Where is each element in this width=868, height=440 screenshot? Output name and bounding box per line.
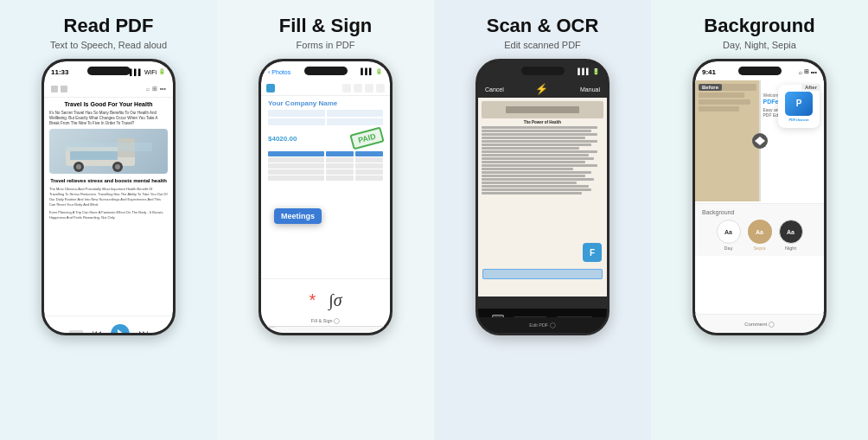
background-panel: Background Day, Night, Sepia 9:41 ⌕ ⊞ ••…	[651, 0, 868, 440]
form-content: Your Company Name $4020.00 PAID	[261, 96, 390, 333]
phone-frame-1: 11:33 ▌▌▌ WiFi 🔋 ⌕ ⊞ •••	[41, 59, 176, 335]
article-body-2: Even Planning A Trip Can Have A Fantasti…	[44, 210, 173, 220]
sepia-line-4	[699, 106, 739, 112]
phone-frame-3: ▌▌▌ 🔋 Cancel ⚡ Manual The Power of Healt…	[475, 59, 610, 335]
doc-line-8	[482, 150, 597, 153]
doc-line-4	[482, 137, 585, 139]
player-bar: ⏮ ⏭	[44, 316, 173, 333]
field-1[interactable]	[268, 110, 325, 117]
col-header-1	[268, 151, 324, 156]
total-amount: $4020.00	[268, 135, 297, 143]
form-icon-4[interactable]	[376, 84, 385, 92]
invoice-area: Your Company Name $4020.00 PAID	[261, 96, 390, 185]
skip-forward-icon[interactable]: ⏭	[138, 328, 149, 334]
after-side: P PDFelement Welcome to PDFelement Easy …	[760, 80, 825, 201]
doc-header-text	[506, 106, 579, 113]
doc-line-17	[482, 182, 577, 184]
invoice-row-3	[268, 169, 383, 175]
invoice-row-4	[268, 175, 383, 181]
cell-3-3	[355, 169, 383, 175]
field-2[interactable]	[327, 110, 384, 117]
form-icon-1[interactable]	[342, 84, 351, 92]
night-circle[interactable]: Aa	[779, 220, 803, 244]
toolbar-icon-2	[61, 86, 67, 92]
svg-rect-2	[70, 151, 118, 160]
company-name: Your Company Name	[268, 99, 383, 107]
app-logo-letter: P	[796, 99, 802, 108]
form-toolbar	[261, 80, 390, 96]
invoice-row-2	[268, 163, 383, 169]
circle-divider[interactable]	[752, 133, 768, 149]
search-icon-1: ⌕	[146, 86, 150, 92]
app-logo-inner: P	[785, 92, 813, 116]
field-3[interactable]	[268, 118, 325, 125]
pdf-toolbar-1: ⌕ ⊞ •••	[44, 80, 173, 98]
article-image	[49, 129, 168, 174]
play-button[interactable]	[111, 324, 130, 334]
back-arrow-2[interactable]: ‹	[268, 69, 270, 75]
after-label: After	[801, 84, 820, 91]
doc-title: The Power of Health	[482, 120, 603, 124]
skip-back-icon[interactable]: ⏮	[92, 328, 102, 334]
sepia-line-3	[699, 99, 750, 105]
meetings-popup: Meetings	[274, 208, 322, 224]
day-circle[interactable]: Aa	[717, 220, 741, 244]
doc-line-16	[482, 178, 594, 181]
panel-2-subtitle: Forms in PDF	[297, 40, 355, 50]
form-icon-3[interactable]	[365, 84, 373, 92]
phone-frame-4: 9:41 ⌕ ⊞ •••	[692, 59, 827, 335]
svg-point-4	[76, 164, 81, 169]
app-logo-box: P PDFelement	[778, 85, 820, 128]
day-aa-label: Aa	[724, 229, 732, 235]
doc-line-20	[482, 192, 582, 194]
photos-back: ‹ Photos	[268, 69, 290, 75]
doc-line-7	[482, 147, 579, 150]
cell-3-1	[268, 169, 324, 175]
manual-button[interactable]: Manual	[580, 86, 600, 92]
toolbar-icon-1	[51, 86, 58, 92]
waveform-icon	[69, 330, 83, 334]
edit-pdf-bar: Edit PDF ◯	[478, 317, 607, 333]
panel-1-title: Read PDF	[64, 16, 154, 36]
grid-icon-4: ⊞	[804, 68, 809, 75]
rv-illustration	[66, 130, 152, 173]
doc-line-15	[482, 175, 585, 177]
phone-frame-2: ‹ Photos 10:44 ▌▌▌ 🔋	[258, 59, 393, 335]
cancel-button[interactable]: Cancel	[485, 86, 504, 92]
svg-rect-7	[66, 143, 152, 151]
dynamic-island-4	[738, 67, 782, 75]
article-title: Travel Is Good For Your Health	[44, 98, 173, 110]
field-4[interactable]	[327, 118, 384, 125]
pdf-reader-screen: 11:33 ▌▌▌ WiFi 🔋 ⌕ ⊞ •••	[44, 61, 173, 333]
bg-option-day[interactable]: Aa Day	[717, 220, 741, 251]
status-icons-2: ▌▌▌ 🔋	[361, 68, 383, 75]
cell-4-2	[326, 175, 354, 181]
cell-3-2	[326, 169, 354, 175]
panel-4-title: Background	[704, 16, 814, 36]
cell-2-3	[355, 163, 383, 169]
fill-sign-label: Fill & Sign ◯	[261, 310, 390, 326]
flash-icon[interactable]: ⚡	[535, 83, 548, 95]
bg-option-night[interactable]: Aa Night	[779, 220, 803, 251]
player-controls: ⏮ ⏭	[69, 324, 149, 334]
doc-line-11	[482, 161, 585, 163]
article-subtitle: Travel relieves stress and boosts mental…	[44, 176, 173, 186]
read-pdf-panel: Read PDF Text to Speech, Read aloud 11:3…	[0, 0, 217, 440]
cell-2-1	[268, 163, 324, 169]
dynamic-island-3	[521, 67, 565, 75]
status-time-4: 9:41	[702, 68, 716, 76]
before-label: Before	[699, 84, 722, 91]
bg-option-sepia[interactable]: Aa Sepia	[748, 220, 772, 251]
sepia-circle[interactable]: Aa	[748, 220, 772, 244]
panel-2-title: Fill & Sign	[279, 16, 373, 36]
form-icon-2[interactable]	[354, 84, 362, 92]
doc-line-12	[482, 164, 597, 167]
article-intro: It's No Secret Travel Has So Many Benefi…	[44, 111, 173, 130]
scan-highlight	[482, 269, 603, 279]
doc-line-2	[482, 130, 591, 132]
doc-line-10	[482, 157, 594, 160]
svg-point-6	[115, 164, 120, 169]
doc-line-6	[482, 143, 591, 146]
doc-header-image	[482, 101, 603, 118]
more-icon-1: •••	[160, 86, 166, 92]
